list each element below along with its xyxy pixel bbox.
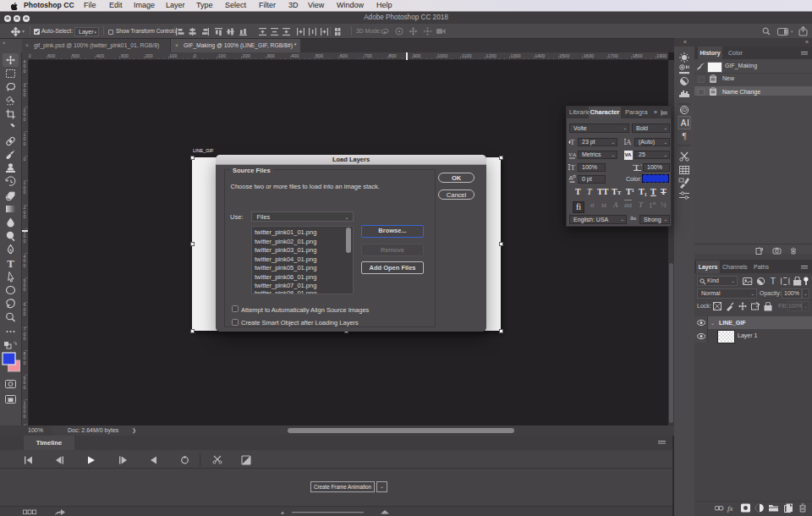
svg-text:A: A — [626, 138, 632, 146]
svg-text:T: T — [771, 277, 776, 286]
svg-text:¶: ¶ — [683, 130, 687, 140]
svg-text:A: A — [573, 151, 577, 158]
svg-text:fx: fx — [727, 504, 733, 513]
svg-text:A: A — [569, 174, 573, 182]
svg-text:T: T — [571, 163, 576, 172]
svg-text:A: A — [681, 118, 687, 128]
svg-text:T: T — [7, 257, 14, 270]
svg-text:T: T — [634, 163, 639, 172]
